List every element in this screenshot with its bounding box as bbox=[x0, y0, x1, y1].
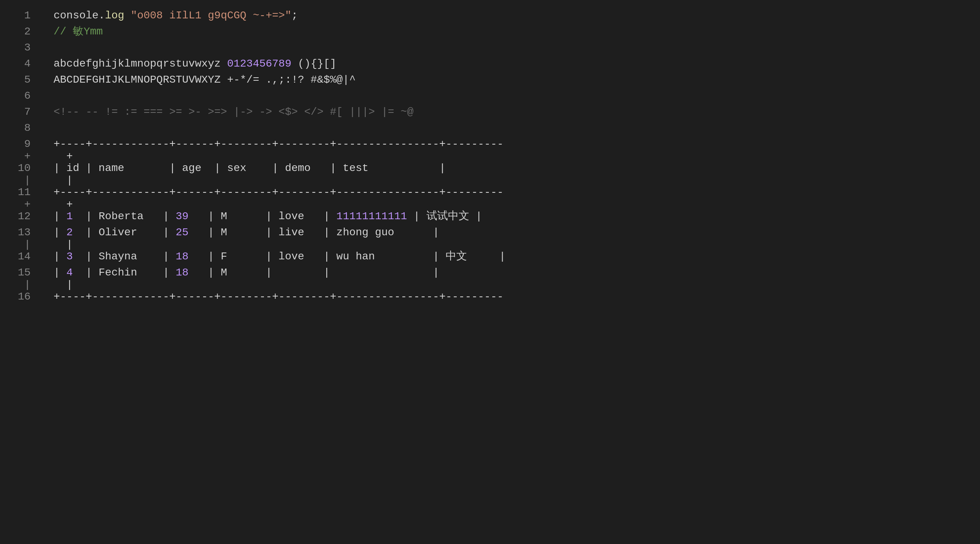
line-numbers: 123456789+10|11+1213|1415|16 bbox=[0, 0, 38, 544]
code-segment: <!-- -- != := === >= >- >=> |-> -> <$> <… bbox=[54, 104, 413, 120]
line-number-1: 1 bbox=[0, 8, 38, 24]
code-segment: | Shayna | bbox=[73, 249, 176, 265]
code-segment: log bbox=[105, 8, 124, 24]
code-line-10: | id | name | age | sex | demo | test | bbox=[54, 160, 980, 176]
code-segment: | bbox=[54, 208, 67, 225]
code-segment: 3 bbox=[67, 249, 73, 265]
code-segment: 1 bbox=[67, 208, 73, 225]
code-editor: 123456789+10|11+1213|1415|16 console.log… bbox=[0, 0, 980, 544]
code-line-16: +----+------------+------+--------+-----… bbox=[54, 289, 980, 305]
code-segment bbox=[124, 8, 131, 24]
code-segment: 18 bbox=[176, 249, 189, 265]
line-number-14: 14 bbox=[0, 249, 38, 265]
code-segment: console. bbox=[54, 8, 105, 24]
code-segment: | M | live | zhong guo | bbox=[189, 225, 439, 241]
code-line-extra-bar: | bbox=[54, 241, 980, 249]
line-number-12: 12 bbox=[0, 208, 38, 225]
code-line-4: abcdefghijklmnopqrstuvwxyz 0123456789 ()… bbox=[54, 56, 980, 72]
line-number-13: 13 bbox=[0, 225, 38, 241]
code-line-9: +----+------------+------+--------+-----… bbox=[54, 136, 980, 152]
code-segment: | Oliver | bbox=[73, 225, 176, 241]
line-number-7: 7 bbox=[0, 104, 38, 120]
line-number-15: 15 bbox=[0, 265, 38, 281]
code-segment: | Fechin | bbox=[73, 265, 176, 281]
code-segment: [] bbox=[324, 56, 337, 72]
line-number-16: 16 bbox=[0, 289, 38, 305]
code-segment: | M | love | bbox=[189, 208, 336, 225]
code-segment: | Roberta | bbox=[73, 208, 176, 225]
code-line-12: | 1 | Roberta | 39 | M | love | 11111111… bbox=[54, 208, 980, 225]
line-number-extra-bar: | bbox=[0, 281, 38, 289]
code-line-13: | 2 | Oliver | 25 | M | live | zhong guo… bbox=[54, 225, 980, 241]
line-number-extra-bar: | bbox=[0, 176, 38, 184]
code-line-14: | 3 | Shayna | 18 | F | love | wu han | … bbox=[54, 249, 980, 265]
code-segment: // 敏Ymm bbox=[54, 24, 103, 40]
code-line-8 bbox=[54, 120, 980, 136]
code-segment: abcdefghijklmnopqrstuvwxyz bbox=[54, 56, 227, 72]
line-number-8: 8 bbox=[0, 120, 38, 136]
line-number-10: 10 bbox=[0, 160, 38, 176]
code-segment: 25 bbox=[176, 225, 189, 241]
code-line-1: console.log "o008 iIlL1 g9qCGQ ~-+=>"; bbox=[54, 8, 980, 24]
code-line-11: +----+------------+------+--------+-----… bbox=[54, 184, 980, 200]
line-number-4: 4 bbox=[0, 56, 38, 72]
code-segment: ABCDEFGHIJKLMNOPQRSTUVWXYZ +-*/= .,;:!? … bbox=[54, 72, 356, 88]
code-line-5: ABCDEFGHIJKLMNOPQRSTUVWXYZ +-*/= .,;:!? … bbox=[54, 72, 980, 88]
line-number-extra-bar: | bbox=[0, 241, 38, 249]
line-number-3: 3 bbox=[0, 40, 38, 56]
code-segment: +----+------------+------+--------+-----… bbox=[54, 136, 503, 152]
code-segment: +----+------------+------+--------+-----… bbox=[54, 289, 503, 305]
code-line-3 bbox=[54, 40, 980, 56]
code-segment: | 试试中文 | bbox=[407, 208, 482, 225]
code-segment: 0123456789 bbox=[227, 56, 291, 72]
code-segment: 18 bbox=[176, 265, 189, 281]
code-line-extra-plus: + bbox=[54, 200, 980, 208]
line-number-11: 11 bbox=[0, 184, 38, 200]
line-number-2: 2 bbox=[0, 24, 38, 40]
code-line-2: // 敏Ymm bbox=[54, 24, 980, 40]
code-line-extra-plus: + bbox=[54, 152, 980, 160]
code-line-6 bbox=[54, 88, 980, 104]
code-segment: | id | name | age | sex | demo | test | bbox=[54, 160, 446, 176]
line-number-extra-plus: + bbox=[0, 200, 38, 208]
code-line-7: <!-- -- != := === >= >- >=> |-> -> <$> <… bbox=[54, 104, 980, 120]
code-segment: (){} bbox=[291, 56, 324, 72]
code-segment: +----+------------+------+--------+-----… bbox=[54, 184, 503, 200]
code-line-15: | 4 | Fechin | 18 | M | | | bbox=[54, 265, 980, 281]
line-number-6: 6 bbox=[0, 88, 38, 104]
code-segment: 39 bbox=[176, 208, 189, 225]
code-line-extra-bar: | bbox=[54, 176, 980, 184]
code-segment: "o008 iIlL1 g9qCGQ ~-+=>" bbox=[131, 8, 291, 24]
code-content: console.log "o008 iIlL1 g9qCGQ ~-+=>";//… bbox=[38, 0, 980, 544]
code-segment: | M | | | bbox=[189, 265, 439, 281]
line-number-9: 9 bbox=[0, 136, 38, 152]
code-line-extra-bar: | bbox=[54, 281, 980, 289]
line-number-extra-plus: + bbox=[0, 152, 38, 160]
code-segment: 11111111111 bbox=[336, 208, 407, 225]
code-segment: ; bbox=[291, 8, 298, 24]
code-segment: | F | love | wu han | 中文 | bbox=[189, 249, 506, 265]
code-segment: | bbox=[54, 249, 67, 265]
line-number-5: 5 bbox=[0, 72, 38, 88]
